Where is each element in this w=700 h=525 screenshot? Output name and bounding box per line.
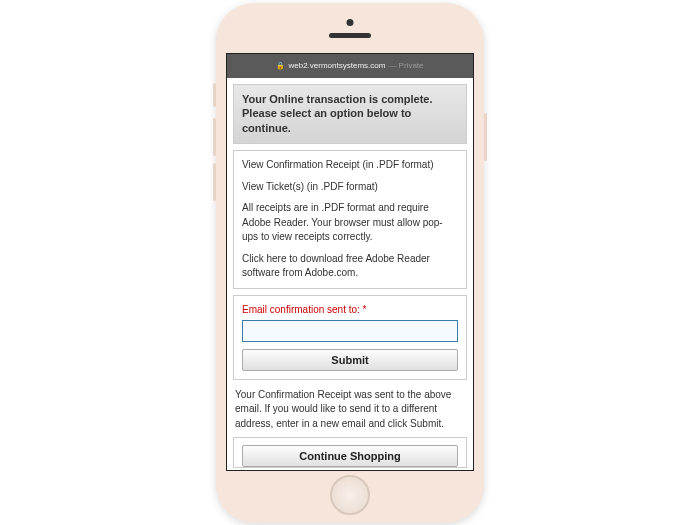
continue-shopping-button[interactable]: Continue Shopping xyxy=(242,445,458,467)
submit-button[interactable]: Submit xyxy=(242,349,458,371)
pdf-notice: All receipts are in .PDF format and requ… xyxy=(242,201,458,245)
page-url: web2.vermontsystems.com xyxy=(288,61,385,70)
email-field[interactable] xyxy=(242,320,458,342)
phone-screen: 🔒 web2.vermontsystems.com — Private Your… xyxy=(226,53,474,471)
earpiece-speaker xyxy=(329,33,371,38)
view-tickets-link[interactable]: View Ticket(s) (in .PDF format) xyxy=(242,180,458,195)
completion-header: Your Online transaction is complete. Ple… xyxy=(233,84,467,145)
email-confirmation-box: Email confirmation sent to: * Submit xyxy=(233,295,467,380)
continue-box: Continue Shopping xyxy=(233,437,467,468)
front-camera xyxy=(347,19,354,26)
phone-top-bezel xyxy=(226,13,474,53)
adobe-reader-link[interactable]: Click here to download free Adobe Reader… xyxy=(242,252,458,281)
completion-text: Your Online transaction is complete. Ple… xyxy=(242,93,433,135)
volume-up xyxy=(213,118,216,156)
email-label: Email confirmation sent to: * xyxy=(242,304,458,315)
receipt-info-box: View Confirmation Receipt (in .PDF forma… xyxy=(233,150,467,289)
lock-icon: 🔒 xyxy=(276,62,285,70)
page-content: Your Online transaction is complete. Ple… xyxy=(227,78,473,470)
private-mode-label: — Private xyxy=(388,61,423,70)
power-button xyxy=(484,113,487,161)
browser-address-bar[interactable]: 🔒 web2.vermontsystems.com — Private xyxy=(227,54,473,78)
home-button[interactable] xyxy=(330,475,370,515)
view-confirmation-link[interactable]: View Confirmation Receipt (in .PDF forma… xyxy=(242,158,458,173)
volume-down xyxy=(213,163,216,201)
email-followup-text: Your Confirmation Receipt was sent to th… xyxy=(233,386,467,438)
mute-switch xyxy=(213,83,216,107)
phone-frame: 🔒 web2.vermontsystems.com — Private Your… xyxy=(216,3,484,523)
